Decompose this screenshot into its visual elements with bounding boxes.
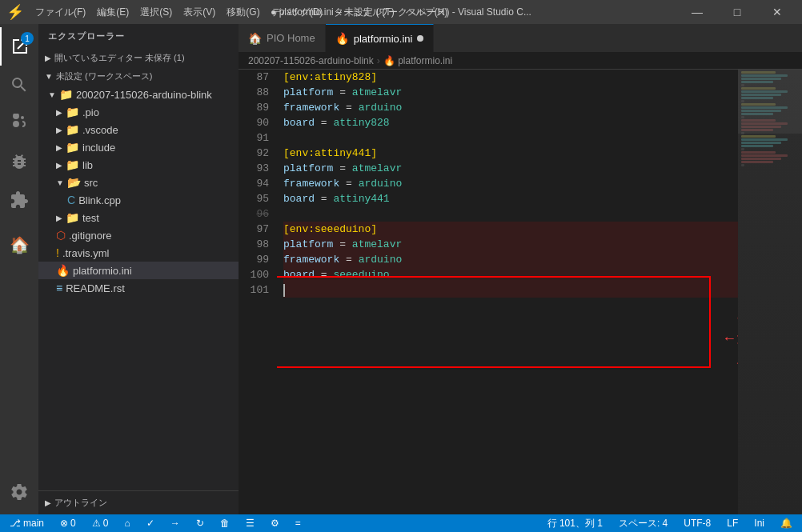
tab-platformio-ini[interactable]: 🔥 platformio.ini xyxy=(326,24,435,52)
status-equals[interactable]: = xyxy=(292,514,304,532)
status-eol[interactable]: LF xyxy=(724,514,741,532)
minimize-button[interactable]: — xyxy=(679,0,716,24)
tree-item-vscode[interactable]: ▶ 📁 .vscode xyxy=(38,121,239,138)
code-line-98: platform = atmelavr xyxy=(283,237,738,252)
code-prop-89: framework xyxy=(283,100,339,115)
maximize-button[interactable]: □ xyxy=(719,0,756,24)
status-list[interactable]: ☰ xyxy=(243,514,258,532)
tree-item-lib[interactable]: ▶ 📁 lib xyxy=(38,156,239,174)
close-button[interactable]: ✕ xyxy=(759,0,796,24)
line-num-94: 94 xyxy=(239,176,269,191)
status-trash[interactable]: 🗑 xyxy=(217,514,233,532)
line-num-101: 101 xyxy=(239,282,269,298)
code-prop-98: platform xyxy=(283,237,333,252)
breadcrumb-project[interactable]: 200207-115026-arduino-blink xyxy=(248,55,374,66)
menu-go[interactable]: 移動(G) xyxy=(222,4,264,21)
tree-item-readme[interactable]: ≡ README.rst xyxy=(38,279,239,297)
tab-platformio-ini-label: platformio.ini xyxy=(354,33,413,45)
activity-debug[interactable] xyxy=(0,142,38,181)
trash-icon: 🗑 xyxy=(220,518,230,529)
warning-count: 0 xyxy=(103,518,109,529)
code-bracket-92: [env:attiny441] xyxy=(283,146,377,161)
activity-search[interactable] xyxy=(0,66,38,104)
tab-pio-home-icon: 🏠 xyxy=(248,32,262,45)
line-num-100: 100 xyxy=(239,267,269,282)
outline-panel[interactable]: ▶ アウトライン xyxy=(38,490,239,514)
project-chevron: ▼ xyxy=(48,90,56,99)
arrow-icon: → xyxy=(170,518,180,529)
line-num-90: 90 xyxy=(239,115,269,130)
vscode-logo-icon: ⚡ xyxy=(6,3,24,21)
activity-source-control[interactable] xyxy=(0,104,38,142)
activity-extensions[interactable] xyxy=(0,181,38,219)
workspace-section[interactable]: ▼ 未設定 (ワークスペース) xyxy=(38,67,239,86)
status-check[interactable]: ✓ xyxy=(143,514,158,532)
code-line-93: platform = atmelavr xyxy=(283,161,738,176)
tab-platformio-ini-icon: 🔥 xyxy=(335,32,349,45)
encoding-label: UTF-8 xyxy=(684,518,711,529)
tree-item-include[interactable]: ▶ 📁 include xyxy=(38,138,239,156)
status-filetype[interactable]: Ini xyxy=(751,514,768,532)
code-val-100: seeeduino xyxy=(333,267,389,282)
tree-item-pio[interactable]: ▶ 📁 .pio xyxy=(38,103,239,121)
tree-item-platformio-ini[interactable]: 🔥 platformio.ini xyxy=(38,262,239,279)
code-line-87: [env:attiny828] xyxy=(283,70,738,85)
titlebar-controls: — □ ✕ xyxy=(679,0,796,24)
menu-select[interactable]: 選択(S) xyxy=(135,4,177,21)
status-arrow[interactable]: → xyxy=(167,514,183,532)
status-line-col[interactable]: 行 101、列 1 xyxy=(544,514,606,532)
folder-icon: 📁 xyxy=(59,88,73,101)
code-prop-99: framework xyxy=(283,252,339,267)
status-warnings[interactable]: ⚠ 0 xyxy=(89,514,112,532)
line-num-97: 97 xyxy=(239,222,269,237)
status-spaces[interactable]: スペース: 4 xyxy=(616,514,671,532)
code-val-89: arduino xyxy=(359,100,403,115)
tree-item-test[interactable]: ▶ 📁 test xyxy=(38,209,239,226)
tree-item-gitignore[interactable]: ⬡ .gitignore xyxy=(38,226,239,244)
tree-item-travis[interactable]: ! .travis.yml xyxy=(38,244,239,262)
status-bar-left: ⎇ main ⊗ 0 ⚠ 0 ⌂ ✓ → ↻ 🗑 ☰ ⚙ xyxy=(6,514,304,532)
code-line-96 xyxy=(283,206,738,222)
status-plug[interactable]: ⚙ xyxy=(267,514,283,532)
status-branch[interactable]: ⎇ main xyxy=(6,514,47,532)
status-errors[interactable]: ⊗ 0 xyxy=(57,514,79,532)
project-root[interactable]: ▼ 📁 200207-115026-arduino-blink xyxy=(38,86,239,103)
tab-pio-home-label: PIO Home xyxy=(267,32,315,44)
status-encoding[interactable]: UTF-8 xyxy=(680,514,714,532)
code-prop-95: board xyxy=(283,191,315,206)
status-notifications[interactable]: 🔔 xyxy=(777,514,796,532)
menu-file[interactable]: ファイル(F) xyxy=(30,4,90,21)
line-num-88: 88 xyxy=(239,85,269,100)
editor-content[interactable]: 87 88 89 90 91 92 93 94 95 96 97 98 99 1… xyxy=(239,70,802,514)
code-bracket-87: [env:attiny828] xyxy=(283,70,377,85)
menu-edit[interactable]: 編集(E) xyxy=(92,4,134,21)
equals-icon: = xyxy=(295,518,301,529)
open-editors-section[interactable]: ▶ 開いているエディター 未保存 (1) xyxy=(38,49,239,67)
tree-item-blink[interactable]: C Blink.cpp xyxy=(38,191,239,209)
code-area[interactable]: ← 一追加 [env:attiny828] platform = atmelav… xyxy=(277,70,738,514)
activity-settings[interactable] xyxy=(0,473,38,511)
code-val-93: atmelavr xyxy=(352,161,402,176)
tab-pio-home[interactable]: 🏠 PIO Home xyxy=(239,24,326,52)
code-val-95: attiny441 xyxy=(333,191,389,206)
status-home[interactable]: ⌂ xyxy=(121,514,133,532)
code-op-93: = xyxy=(333,161,351,176)
breadcrumb-sep1: › xyxy=(377,55,380,66)
line-num-93: 93 xyxy=(239,161,269,176)
folder-test-icon: 📁 xyxy=(66,211,79,224)
code-prop-100: board xyxy=(283,267,315,282)
folder-pio-icon: 📁 xyxy=(66,106,79,118)
editor-and-minimap: 87 88 89 90 91 92 93 94 95 96 97 98 99 1… xyxy=(239,70,802,514)
eol-label: LF xyxy=(727,518,738,529)
status-refresh[interactable]: ↻ xyxy=(193,514,207,532)
activity-explorer[interactable]: 1 xyxy=(0,27,38,66)
folder-include-icon: 📁 xyxy=(66,141,79,154)
file-travis-icon: ! xyxy=(56,246,59,259)
window-title: ● platformio.ini – 未設定 (ワークスペース) - Visua… xyxy=(271,6,531,19)
tree-item-src[interactable]: ▼ 📂 src xyxy=(38,174,239,191)
menu-view[interactable]: 表示(V) xyxy=(178,4,220,21)
breadcrumb-file[interactable]: 🔥 platformio.ini xyxy=(383,55,452,66)
status-bar-right: 行 101、列 1 スペース: 4 UTF-8 LF Ini 🔔 xyxy=(544,514,796,532)
line-num-99: 99 xyxy=(239,252,269,267)
activity-pio[interactable]: 🏠 xyxy=(0,226,38,264)
